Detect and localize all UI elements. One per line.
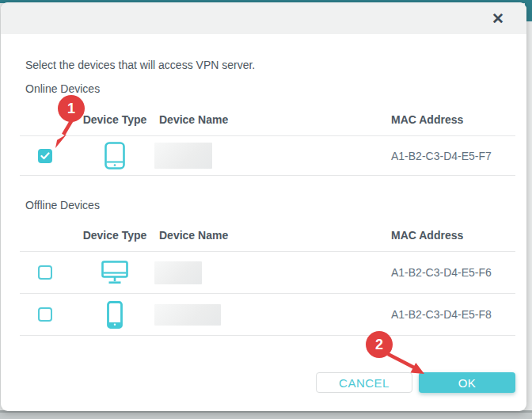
mac-address-value: A1-B2-C3-D4-E5-F8 (384, 308, 515, 321)
device-type-column-header: Device Type (83, 113, 147, 126)
online-devices-heading: Online Devices (25, 82, 515, 95)
page-bottom-strip (0, 410, 532, 419)
tablet-icon (104, 142, 125, 170)
device-checkbox[interactable] (38, 149, 52, 163)
table-row: A1-B2-C3-D4-E5-F7 (20, 136, 515, 176)
dialog-header: ✕ (1, 2, 526, 34)
checkmark-icon (40, 152, 50, 160)
online-table-header-row: Device Type Device Name MAC Address (20, 95, 515, 136)
dialog-footer: CANCEL OK (20, 372, 515, 393)
device-checkbox[interactable] (38, 307, 52, 322)
device-checkbox[interactable] (38, 265, 52, 280)
close-icon[interactable]: ✕ (488, 9, 507, 28)
dialog-description: Select the devices that will access VPN … (25, 59, 515, 71)
mac-address-value: A1-B2-C3-D4-E5-F6 (384, 266, 515, 279)
mac-address-value: A1-B2-C3-D4-E5-F7 (384, 150, 515, 162)
mac-address-column-header: MAC Address (384, 113, 515, 126)
vpn-device-select-dialog: ✕ Select the devices that will access VP… (1, 2, 526, 411)
phone-icon (107, 301, 123, 329)
offline-devices-table: Device Type Device Name MAC Address (20, 211, 515, 336)
desktop-icon (101, 261, 128, 285)
mac-address-column-header: MAC Address (384, 229, 515, 242)
device-name-redacted (154, 304, 221, 326)
offline-devices-heading: Offline Devices (25, 199, 515, 211)
offline-table-header-row: Device Type Device Name MAC Address (20, 211, 515, 252)
online-devices-table: Device Type Device Name MAC Address (20, 95, 515, 176)
device-name-column-header: Device Name (154, 229, 384, 242)
ok-button[interactable]: OK (419, 372, 515, 393)
table-row: A1-B2-C3-D4-E5-F8 (20, 294, 515, 336)
annotation-badge-2: 2 (366, 331, 393, 358)
cancel-button[interactable]: CANCEL (316, 372, 412, 393)
device-name-column-header: Device Name (154, 113, 384, 126)
annotation-badge-1: 1 (58, 95, 85, 122)
table-row: A1-B2-C3-D4-E5-F6 (20, 252, 515, 294)
device-type-column-header: Device Type (83, 229, 147, 242)
device-name-redacted (154, 143, 212, 169)
device-name-redacted (154, 261, 202, 284)
